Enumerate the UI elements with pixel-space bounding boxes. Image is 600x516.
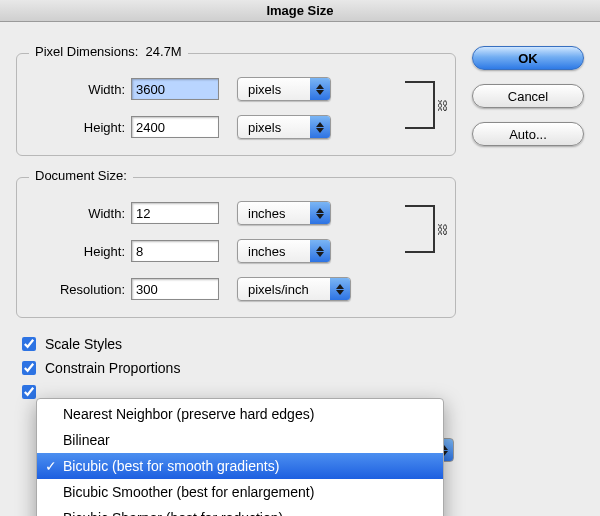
link-bracket-icon (405, 81, 435, 129)
chain-link-icon: ⛓ (437, 99, 449, 113)
resolution-unit-select[interactable]: pixels/inch (237, 277, 351, 301)
doc-height-unit-text: inches (238, 244, 310, 259)
interpolation-option[interactable]: Bicubic Smoother (best for enlargement) (37, 479, 443, 505)
doc-width-unit-select[interactable]: inches (237, 201, 331, 225)
interpolation-option-label: Bicubic Sharper (best for reduction) (63, 510, 283, 516)
cancel-button[interactable]: Cancel (472, 84, 584, 108)
px-width-unit-select[interactable]: pixels (237, 77, 331, 101)
pixel-dimensions-size: 24.7M (146, 44, 182, 59)
interpolation-option-label: Nearest Neighbor (preserve hard edges) (63, 406, 314, 422)
px-height-input[interactable] (131, 116, 219, 138)
resample-checkbox[interactable] (22, 385, 36, 399)
svg-marker-7 (316, 252, 324, 257)
checkmark-icon: ✓ (45, 456, 57, 476)
document-size-group: Document Size: Width: inches Height: inc… (16, 170, 456, 318)
interpolation-option[interactable]: Bicubic Sharper (best for reduction) (37, 505, 443, 516)
pixel-dimensions-group: Pixel Dimensions: 24.7M Width: pixels He… (16, 46, 456, 156)
svg-marker-6 (316, 246, 324, 251)
px-width-input[interactable] (131, 78, 219, 100)
scale-styles-checkbox[interactable] (22, 337, 36, 351)
chain-link-icon: ⛓ (437, 223, 449, 237)
updown-icon (330, 278, 350, 300)
svg-marker-8 (336, 284, 344, 289)
resolution-input[interactable] (131, 278, 219, 300)
ok-button[interactable]: OK (472, 46, 584, 70)
doc-height-label: Height: (29, 244, 125, 259)
interpolation-option-label: Bicubic (best for smooth gradients) (63, 458, 279, 474)
updown-icon (310, 78, 330, 100)
constrain-proportions-checkbox[interactable] (22, 361, 36, 375)
interpolation-option[interactable]: Nearest Neighbor (preserve hard edges) (37, 401, 443, 427)
window-title: Image Size (0, 0, 600, 22)
svg-marker-5 (316, 214, 324, 219)
doc-width-unit-text: inches (238, 206, 310, 221)
document-size-legend: Document Size: (29, 168, 133, 183)
px-width-label: Width: (29, 82, 125, 97)
svg-marker-0 (316, 84, 324, 89)
svg-marker-3 (316, 128, 324, 133)
scale-styles-checkbox-row[interactable]: Scale Styles (18, 334, 456, 354)
doc-width-input[interactable] (131, 202, 219, 224)
svg-marker-1 (316, 90, 324, 95)
auto-button[interactable]: Auto... (472, 122, 584, 146)
constrain-proportions-label: Constrain Proportions (45, 360, 180, 376)
svg-marker-4 (316, 208, 324, 213)
svg-marker-2 (316, 122, 324, 127)
scale-styles-label: Scale Styles (45, 336, 122, 352)
updown-icon (310, 202, 330, 224)
pixel-dimensions-label: Pixel Dimensions: (35, 44, 138, 59)
interpolation-option[interactable]: Bilinear (37, 427, 443, 453)
px-height-label: Height: (29, 120, 125, 135)
link-bracket-icon (405, 205, 435, 253)
interpolation-option[interactable]: ✓Bicubic (best for smooth gradients) (37, 453, 443, 479)
updown-icon (310, 240, 330, 262)
updown-icon (310, 116, 330, 138)
interpolation-option-label: Bilinear (63, 432, 110, 448)
resolution-label: Resolution: (29, 282, 125, 297)
interpolation-option-label: Bicubic Smoother (best for enlargement) (63, 484, 314, 500)
interpolation-dropdown: Nearest Neighbor (preserve hard edges)Bi… (36, 398, 444, 516)
doc-width-label: Width: (29, 206, 125, 221)
constrain-proportions-checkbox-row[interactable]: Constrain Proportions (18, 358, 456, 378)
doc-height-input[interactable] (131, 240, 219, 262)
px-width-unit-text: pixels (238, 82, 310, 97)
px-height-unit-text: pixels (238, 120, 310, 135)
pixel-dimensions-legend: Pixel Dimensions: 24.7M (29, 44, 188, 59)
resolution-unit-text: pixels/inch (238, 282, 330, 297)
svg-marker-9 (336, 290, 344, 295)
px-height-unit-select[interactable]: pixels (237, 115, 331, 139)
doc-height-unit-select[interactable]: inches (237, 239, 331, 263)
